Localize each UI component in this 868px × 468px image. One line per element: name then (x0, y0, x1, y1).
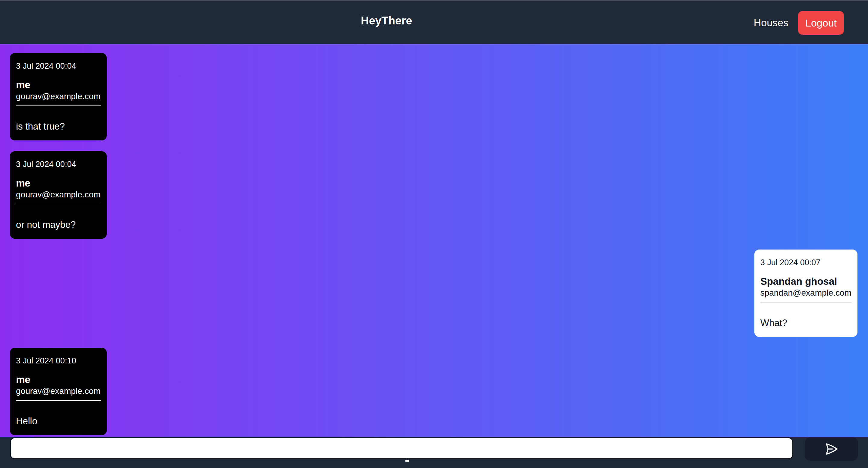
app-title: HeyThere (19, 14, 754, 31)
message-card: 3 Jul 2024 00:07 Spandan ghosal spandan@… (754, 250, 858, 337)
message-sender-email: gourav@example.com (16, 386, 101, 397)
message-card: 3 Jul 2024 00:10 me gourav@example.com H… (10, 348, 107, 435)
message-input[interactable] (10, 437, 793, 459)
paper-plane-icon (825, 442, 838, 456)
message-text: is that true? (16, 121, 101, 133)
navbar-right: Houses Logout (754, 11, 844, 35)
send-button[interactable] (805, 437, 858, 461)
message-card: 3 Jul 2024 00:04 me gourav@example.com o… (10, 151, 107, 239)
message-timestamp: 3 Jul 2024 00:04 (16, 61, 101, 71)
chat-area: 3 Jul 2024 00:04 me gourav@example.com i… (0, 44, 868, 437)
message-sender: me (16, 177, 101, 189)
composer-bar (0, 437, 868, 468)
message-timestamp: 3 Jul 2024 00:07 (761, 257, 851, 268)
navbar: HeyThere Houses Logout (0, 1, 868, 44)
message-sender-email: spandan@example.com (761, 287, 851, 298)
message-sender-email: gourav@example.com (16, 189, 101, 200)
message-sender: Spandan ghosal (761, 275, 851, 287)
message-sender: me (16, 79, 101, 91)
message-text: or not maybe? (16, 219, 101, 231)
message-divider (16, 400, 101, 401)
message-timestamp: 3 Jul 2024 00:04 (16, 159, 101, 169)
logout-button[interactable]: Logout (798, 11, 844, 35)
clipped-text-artifact (405, 460, 409, 462)
message-text: Hello (16, 415, 101, 427)
message-divider (761, 302, 851, 303)
message-timestamp: 3 Jul 2024 00:10 (16, 355, 101, 366)
message-divider (16, 204, 101, 204)
nav-link-houses[interactable]: Houses (754, 17, 788, 29)
message-divider (16, 105, 101, 106)
message-card: 3 Jul 2024 00:04 me gourav@example.com i… (10, 53, 107, 141)
message-sender: me (16, 374, 101, 386)
message-sender-email: gourav@example.com (16, 91, 101, 102)
message-text: What? (761, 317, 851, 329)
